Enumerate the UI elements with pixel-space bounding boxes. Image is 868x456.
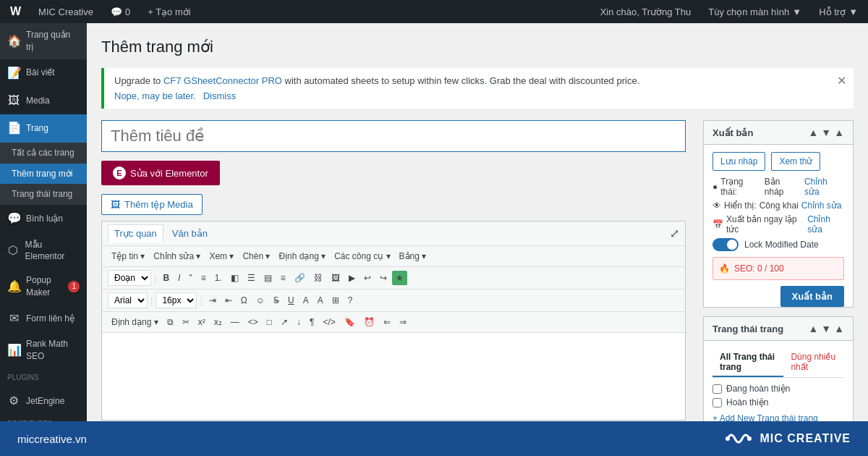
menu-format[interactable]: Định dạng ▾ (275, 249, 329, 263)
menu-insert[interactable]: Chèn ▾ (239, 249, 273, 263)
tab-text[interactable]: Văn bản (166, 224, 213, 242)
screen-options-button[interactable]: Tùy chọn màn hình ▼ (704, 0, 806, 23)
unlink-button[interactable]: ⛓ (310, 271, 326, 285)
align-justify-button[interactable]: ≡ (277, 271, 289, 285)
tab-most-used[interactable]: Dùng nhiều nhất (783, 348, 844, 377)
font-color-button[interactable]: A (299, 293, 312, 308)
expand-button[interactable]: ↗ (277, 315, 292, 329)
save-draft-button[interactable]: Lưu nháp (712, 152, 765, 171)
in-progress-checkbox[interactable] (712, 384, 722, 394)
lock-toggle[interactable] (712, 238, 739, 251)
redo-button[interactable]: ↪ (376, 271, 391, 285)
menu-tools[interactable]: Các công cụ ▾ (331, 249, 393, 263)
bookmark-button[interactable]: 🔖 (341, 315, 359, 329)
underline-button[interactable]: U (284, 293, 298, 308)
hr-button[interactable]: — (227, 315, 243, 329)
edit-with-elementor-button[interactable]: E Sửa với Elementor (101, 161, 220, 185)
fullscreen-button[interactable]: ⤢ (670, 227, 679, 240)
menu-file[interactable]: Tệp tin ▾ (108, 249, 148, 263)
menu-table[interactable]: Bảng ▾ (396, 249, 430, 263)
source-button[interactable]: </> (319, 315, 339, 329)
wp-logo[interactable]: W (6, 0, 25, 23)
align-center-button[interactable]: ☰ (244, 271, 259, 285)
italic-button[interactable]: I (174, 271, 184, 285)
link-button[interactable]: 🔗 (291, 271, 309, 285)
menu-edit[interactable]: Chỉnh sửa ▾ (150, 249, 204, 263)
clock-button[interactable]: ⏰ (360, 315, 378, 329)
publish-down-arrow[interactable]: ▼ (821, 127, 831, 138)
sidebar-item-elementor[interactable]: ⬡ Mẫu Elementor (0, 233, 87, 269)
special-button[interactable]: ★ (392, 271, 407, 285)
align-right-button[interactable]: ▤ (260, 271, 276, 285)
notice-nope-link[interactable]: Nope, may be later. (114, 90, 196, 101)
publish-button[interactable]: Xuất bản (780, 286, 844, 307)
bold-button[interactable]: B (159, 271, 173, 285)
indent-button[interactable]: ⇥ (205, 293, 220, 308)
image-button[interactable]: 🖼 (328, 271, 344, 285)
block-button[interactable]: □ (263, 315, 276, 329)
list-button[interactable]: ≡ (197, 271, 210, 285)
submenu-page-status[interactable]: Trang thái trang (0, 184, 87, 205)
superscript-button[interactable]: x² (195, 315, 209, 329)
code-button[interactable]: <> (244, 315, 262, 329)
size-select[interactable]: 16px (156, 292, 197, 308)
table-btn[interactable]: ⊞ (328, 293, 343, 308)
rtl-button[interactable]: ⇐ (380, 315, 394, 329)
font-select[interactable]: Arial (108, 292, 148, 308)
undo-button[interactable]: ↩ (360, 271, 375, 285)
notice-close-button[interactable]: ✕ (837, 74, 846, 88)
complete-checkbox[interactable] (712, 398, 722, 408)
page-status-up-arrow[interactable]: ▲ (808, 323, 818, 334)
comments-count[interactable]: 💬 0 (106, 0, 135, 23)
page-status-close[interactable]: ▲ (834, 323, 844, 334)
highlight-button[interactable]: A (314, 293, 327, 308)
cut-button[interactable]: ✂ (179, 315, 193, 329)
help-button[interactable]: Hỗ trợ ▼ (814, 0, 862, 23)
sidebar-item-media[interactable]: 🖼 Media (0, 87, 87, 114)
page-title-input[interactable] (101, 120, 686, 152)
publish-close-arrow[interactable]: ▲ (834, 127, 844, 138)
admin-menu: 🏠 Trang quản trị 📝 Bài viết 🖼 Media 📄 Tr… (0, 23, 87, 456)
outdent-button[interactable]: ⇤ (221, 293, 236, 308)
media-button[interactable]: ▶ (345, 271, 359, 285)
format-dropdown[interactable]: Định dạng ▾ (108, 315, 162, 329)
submenu-new-page[interactable]: Thêm trang mới (0, 164, 87, 185)
notice-link[interactable]: CF7 GSheetConnector PRO (163, 75, 282, 86)
new-content-button[interactable]: + Tạo mới (143, 0, 195, 23)
sidebar-item-dashboard[interactable]: 🏠 Trang quản trị (0, 23, 87, 59)
copy-button[interactable]: ⧉ (163, 315, 177, 329)
strikethrough-button[interactable]: S̶ (270, 293, 283, 308)
sidebar-item-rankmath[interactable]: 📊 Rank Math SEO (0, 332, 87, 368)
ltr-button[interactable]: ⇒ (396, 315, 410, 329)
special-chars-button[interactable]: Ω (237, 293, 251, 308)
sidebar-item-pages[interactable]: 📄 Trang (0, 114, 87, 142)
submenu-all-pages[interactable]: Tất cả các trang (0, 143, 87, 164)
sidebar-item-jetengine[interactable]: ⚙ JetEngine (0, 387, 87, 415)
publish-time-edit-link[interactable]: Chỉnh sửa (807, 214, 844, 235)
tab-all-status[interactable]: All Trang thái trang (712, 348, 783, 377)
sidebar-item-popup-maker[interactable]: 🔔 Popup Maker 1 (0, 269, 87, 305)
menu-view[interactable]: Xem ▾ (205, 249, 237, 263)
subscript-button[interactable]: x₂ (210, 315, 226, 329)
quote-button[interactable]: " (185, 271, 195, 285)
sidebar-item-posts[interactable]: 📝 Bài viết (0, 59, 87, 87)
sidebar-item-forms[interactable]: ✉ Form liên hệ (0, 305, 87, 332)
visibility-edit-link[interactable]: Chỉnh sửa (801, 200, 842, 211)
editor-body[interactable] (102, 333, 685, 420)
emoji-button[interactable]: ☺ (252, 293, 268, 308)
publish-up-arrow[interactable]: ▲ (808, 127, 818, 138)
site-name[interactable]: MIC Creative (34, 0, 98, 23)
tab-visual[interactable]: Trực quan (108, 224, 163, 242)
notice-dismiss-link[interactable]: Dismiss (203, 90, 237, 101)
help-btn[interactable]: ? (344, 293, 357, 308)
sidebar-item-comments[interactable]: 💬 Bình luận (0, 205, 87, 232)
status-edit-link[interactable]: Chỉnh sửa (804, 177, 844, 197)
preview-button[interactable]: Xem thử (771, 152, 820, 171)
align-left-button[interactable]: ◧ (227, 271, 242, 285)
ol-button[interactable]: 1. (211, 271, 226, 285)
add-media-button[interactable]: 🖼 Thêm tệp Media (101, 194, 203, 215)
page-status-down-arrow[interactable]: ▼ (821, 323, 831, 334)
download-button[interactable]: ↓ (293, 315, 305, 329)
format-select[interactable]: Đoạn (108, 270, 151, 286)
pilcrow-button[interactable]: ¶ (306, 315, 318, 329)
